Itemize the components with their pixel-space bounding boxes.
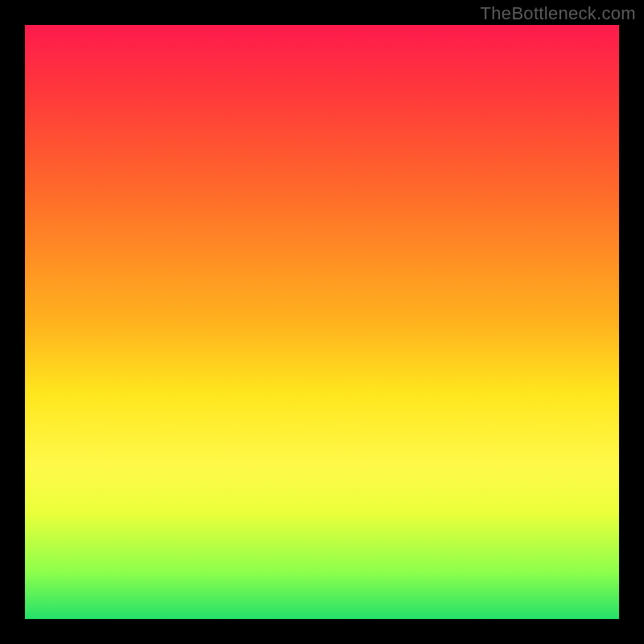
plot-gradient-background xyxy=(24,24,620,620)
plot-area xyxy=(24,24,620,620)
chart-frame: TheBottleneck.com xyxy=(0,0,644,644)
watermark-text: TheBottleneck.com xyxy=(481,3,636,24)
